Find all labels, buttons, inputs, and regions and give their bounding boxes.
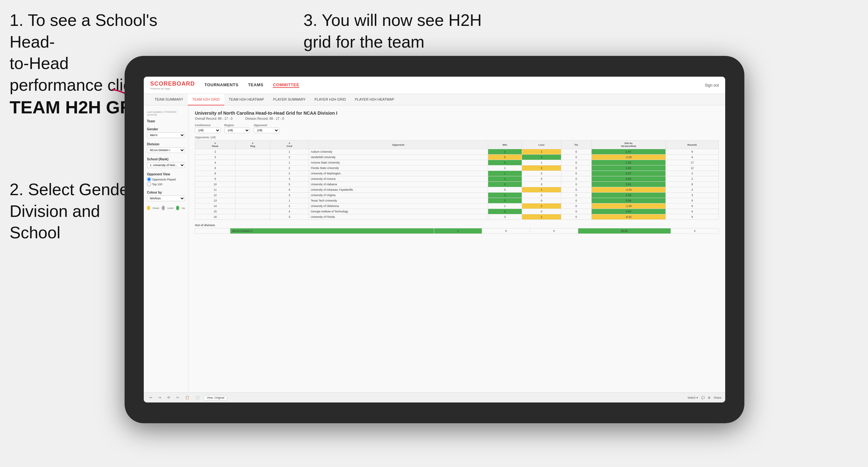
cell-tie: 0 bbox=[561, 149, 591, 155]
cell-rounds: 2 bbox=[666, 176, 719, 182]
nav-teams[interactable]: TEAMS bbox=[248, 83, 263, 88]
up-label: Up bbox=[182, 207, 185, 210]
filter-conference: Conference (All) bbox=[195, 124, 220, 133]
cell-loss: 1 bbox=[522, 149, 561, 155]
colour-section: Colour by Win/loss bbox=[147, 191, 185, 201]
watch-button[interactable]: Watch ▾ bbox=[687, 396, 698, 399]
cell-diff: 2.29 bbox=[591, 160, 666, 165]
cell-tie: 0 bbox=[561, 160, 591, 165]
tab-team-h2h-grid[interactable]: TEAM H2H GRID bbox=[188, 94, 224, 105]
col-loss: Loss bbox=[522, 141, 561, 149]
division-rounds: 3 bbox=[671, 228, 718, 234]
cell-opponent: Georgia Institute of Technology bbox=[309, 209, 488, 214]
cell-win: 1 bbox=[488, 193, 522, 198]
cell-opponent: University of Arkansas, Fayetteville bbox=[309, 187, 488, 193]
paste-button[interactable]: 📋 bbox=[183, 395, 191, 400]
division-select[interactable]: NCAA Division I bbox=[147, 147, 185, 153]
cell-diff: 1.83 bbox=[591, 165, 666, 171]
redo-button[interactable]: ↪ bbox=[157, 395, 163, 400]
share-button[interactable]: Share bbox=[714, 396, 721, 399]
opponent-view-label: Opponent View bbox=[147, 173, 185, 176]
cell-tie: 0 bbox=[561, 187, 591, 193]
school-select[interactable]: 1. University of Nort... bbox=[147, 162, 185, 168]
toolbar-btn-3[interactable]: ⟳ bbox=[165, 395, 172, 400]
cell-tie: 0 bbox=[561, 214, 591, 220]
cell-diff: 5.56 bbox=[591, 198, 666, 204]
table-row: 3 2 Vanderbilt University 0 4 0 -2.29 8 bbox=[195, 155, 719, 160]
cell-tie: 0 bbox=[561, 176, 591, 182]
annotation-1-line1: 1. To see a School's Head- bbox=[9, 11, 157, 51]
opponents-played-radio[interactable]: Opponents Played bbox=[147, 177, 185, 181]
col-rank: #Rank bbox=[195, 141, 236, 149]
cell-opponent: University of Florida bbox=[309, 214, 488, 220]
cell-rank: 3 bbox=[195, 155, 236, 160]
col-diff: Diff AvStrokes/Rnd bbox=[591, 141, 666, 149]
cell-rounds: 9 bbox=[666, 209, 719, 214]
cell-conf: 1 bbox=[270, 198, 309, 204]
cell-reg bbox=[236, 214, 270, 220]
cell-rounds: 3 bbox=[666, 171, 719, 176]
data-table: #Rank #Reg #Conf Opponent Win Loss Tie D… bbox=[195, 140, 719, 220]
cell-opponent: Florida State University bbox=[309, 165, 488, 171]
clock-button[interactable]: 🕐 bbox=[194, 395, 201, 400]
annotation-3-line1: 3. You will now see H2H bbox=[304, 11, 482, 29]
cell-rounds: 12 bbox=[666, 165, 719, 171]
cell-reg bbox=[236, 182, 270, 187]
colour-select[interactable]: Win/loss bbox=[147, 195, 185, 201]
cell-diff: -4.33 bbox=[591, 187, 666, 193]
filter-row: Conference (All) Region (All) Opponent bbox=[195, 124, 719, 133]
region-filter-select[interactable]: (All) bbox=[224, 127, 250, 133]
colour-legend: Down Level Up bbox=[147, 206, 185, 210]
top100-radio[interactable]: Top 100 bbox=[147, 182, 185, 186]
logo-text: SCOREBOARD bbox=[150, 81, 195, 87]
nav-tournaments[interactable]: TOURNAMENTS bbox=[205, 83, 238, 88]
cell-rank: 11 bbox=[195, 187, 236, 193]
view-original[interactable]: View: Original bbox=[204, 395, 227, 400]
cell-reg bbox=[236, 187, 270, 193]
cell-tie: 0 bbox=[561, 165, 591, 171]
cell-loss: 0 bbox=[522, 198, 561, 204]
cell-rank: 8 bbox=[195, 171, 236, 176]
level-circle bbox=[162, 206, 165, 210]
cell-opponent: Vanderbilt University bbox=[309, 155, 488, 160]
cell-conf: 3 bbox=[270, 176, 309, 182]
cut-button[interactable]: ✂ bbox=[175, 395, 181, 400]
cell-opponent: Auburn University bbox=[309, 149, 488, 155]
cell-opponent: University of Washington bbox=[309, 171, 488, 176]
gender-select[interactable]: Men's bbox=[147, 132, 185, 138]
undo-button[interactable]: ↩ bbox=[148, 395, 154, 400]
annotation-2-line1: 2. Select Gender, bbox=[9, 180, 138, 199]
cell-diff: 3.67 bbox=[591, 171, 666, 176]
up-circle bbox=[176, 206, 179, 210]
division-loss: 0 bbox=[482, 228, 530, 234]
cell-rounds: 9 bbox=[666, 214, 719, 220]
tab-team-h2h-heatmap[interactable]: TEAM H2H HEATMAP bbox=[224, 94, 269, 105]
out-of-division-table: NCAA Division II 1 0 0 26.00 3 bbox=[195, 228, 719, 234]
cell-diff: -6.42 bbox=[591, 214, 666, 220]
gender-section: Gender Men's bbox=[147, 127, 185, 138]
down-circle bbox=[147, 206, 150, 210]
tab-player-summary[interactable]: PLAYER SUMMARY bbox=[269, 94, 310, 105]
nav-committee[interactable]: COMMITTEE bbox=[273, 83, 299, 88]
cell-win: 0 bbox=[488, 187, 522, 193]
grid-title: University of North Carolina Head-to-Hea… bbox=[195, 111, 719, 116]
cell-win: 1 bbox=[488, 171, 522, 176]
cell-loss: 2 bbox=[522, 204, 561, 209]
grid-area: University of North Carolina Head-to-Hea… bbox=[188, 105, 725, 392]
cell-win: 3 bbox=[488, 198, 522, 204]
table-row: 2 1 Auburn University 2 1 0 1.67 9 bbox=[195, 149, 719, 155]
opponent-filter-select[interactable]: (All) bbox=[254, 127, 279, 133]
cell-reg bbox=[236, 209, 270, 214]
sign-out-link[interactable]: Sign out bbox=[705, 83, 719, 88]
table-row: NCAA Division II 1 0 0 26.00 3 bbox=[195, 228, 719, 234]
cell-reg bbox=[236, 198, 270, 204]
table-row: 6 2 Florida State University 1 2 0 1.83 … bbox=[195, 165, 719, 171]
tab-team-summary[interactable]: TEAM SUMMARY bbox=[150, 94, 188, 105]
conference-filter-select[interactable]: (All) bbox=[195, 127, 220, 133]
tab-player-h2h-heatmap[interactable]: PLAYER H2H HEATMAP bbox=[350, 94, 399, 105]
table-row: 15 4 Georgia Institute of Technology 6 0… bbox=[195, 209, 719, 214]
cell-win: 5 bbox=[488, 160, 522, 165]
out-of-division-label: Out of division bbox=[195, 224, 719, 227]
nav-bar: SCOREBOARD Powered by clippi TOURNAMENTS… bbox=[144, 77, 725, 94]
tab-player-h2h-grid[interactable]: PLAYER H2H GRID bbox=[310, 94, 350, 105]
